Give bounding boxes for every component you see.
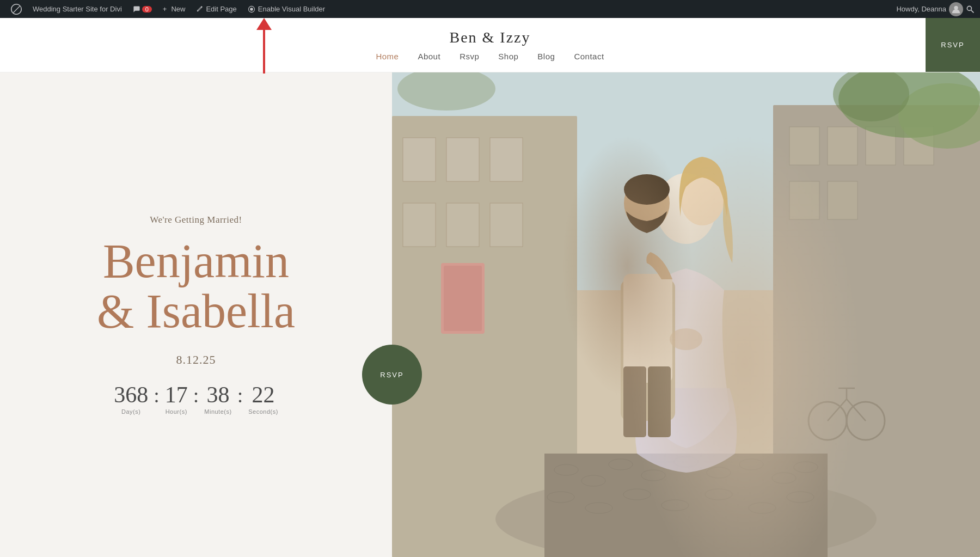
svg-rect-8 xyxy=(773,105,980,557)
wp-logo[interactable] xyxy=(5,0,27,18)
hero-right xyxy=(392,72,980,557)
site-title: Ben & Izzy xyxy=(449,29,530,46)
svg-rect-21 xyxy=(789,181,819,219)
svg-point-56 xyxy=(624,177,670,229)
edit-page-link[interactable]: Edit Page xyxy=(191,0,242,18)
svg-rect-20 xyxy=(904,127,934,165)
nav-shop[interactable]: Shop xyxy=(498,52,518,61)
svg-rect-7 xyxy=(392,116,577,557)
svg-rect-22 xyxy=(828,181,857,219)
svg-point-27 xyxy=(609,459,633,470)
svg-point-59 xyxy=(670,328,702,350)
main-nav: Home About Rsvp Shop Blog Contact xyxy=(376,52,604,61)
svg-point-51 xyxy=(656,173,716,244)
svg-point-36 xyxy=(623,489,651,500)
countdown-seconds: 22 Second(s) xyxy=(248,383,278,415)
search-icon[interactable] xyxy=(966,5,975,14)
nav-rsvp[interactable]: Rsvp xyxy=(460,52,479,61)
hero-subtitle: We're Getting Married! xyxy=(150,215,242,225)
svg-rect-52 xyxy=(621,279,675,421)
svg-point-37 xyxy=(661,500,689,511)
rsvp-circle-button[interactable]: RSVP xyxy=(362,345,422,405)
svg-line-44 xyxy=(847,399,866,421)
new-content-link[interactable]: + New xyxy=(157,0,191,18)
hero-section: We're Getting Married! Benjamin & Isabel… xyxy=(0,72,980,557)
svg-rect-10 xyxy=(446,138,479,181)
avatar xyxy=(949,2,963,16)
svg-rect-12 xyxy=(403,203,436,247)
svg-rect-9 xyxy=(403,138,436,181)
hero-left: We're Getting Married! Benjamin & Isabel… xyxy=(0,72,392,557)
svg-point-47 xyxy=(838,72,980,138)
nav-blog[interactable]: Blog xyxy=(537,52,555,61)
svg-point-29 xyxy=(674,456,698,467)
svg-rect-14 xyxy=(490,203,523,247)
svg-point-48 xyxy=(898,83,980,149)
svg-point-50 xyxy=(397,72,495,111)
comments-link[interactable]: 0 xyxy=(127,0,157,18)
countdown-sep-2: : xyxy=(193,383,199,407)
svg-point-2 xyxy=(954,5,958,9)
svg-point-57 xyxy=(624,174,670,205)
site-name-link[interactable]: Wedding Starter Site for Divi xyxy=(27,0,127,18)
svg-point-31 xyxy=(739,459,763,470)
svg-rect-5 xyxy=(392,72,980,557)
countdown-sep-1: : xyxy=(154,383,160,407)
svg-point-49 xyxy=(833,72,909,121)
svg-rect-13 xyxy=(446,203,479,247)
countdown-hours: 17 Hour(s) xyxy=(165,383,188,415)
svg-rect-60 xyxy=(392,72,980,557)
countdown-sep-3: : xyxy=(237,383,243,407)
svg-line-43 xyxy=(828,399,847,421)
svg-point-34 xyxy=(547,492,574,503)
countdown: 368 Day(s) : 17 Hour(s) : 38 Minute(s) :… xyxy=(114,383,278,415)
hero-date: 8.12.25 xyxy=(176,353,216,367)
svg-rect-18 xyxy=(828,127,857,165)
svg-point-3 xyxy=(967,6,971,10)
svg-rect-16 xyxy=(444,266,482,331)
svg-point-1 xyxy=(250,8,253,11)
svg-rect-17 xyxy=(789,127,819,165)
admin-bar-right: Howdy, Deanna xyxy=(896,2,975,16)
svg-rect-6 xyxy=(392,72,980,290)
svg-point-41 xyxy=(808,402,847,440)
svg-point-26 xyxy=(581,475,605,486)
site-header: Ben & Izzy Home About Rsvp Shop Blog Con… xyxy=(0,18,980,72)
nav-about[interactable]: About xyxy=(418,52,440,61)
svg-rect-19 xyxy=(866,127,896,165)
svg-rect-53 xyxy=(623,274,672,383)
svg-rect-54 xyxy=(623,366,646,437)
svg-point-32 xyxy=(772,473,796,483)
svg-rect-55 xyxy=(648,366,671,437)
svg-point-30 xyxy=(707,467,731,478)
rsvp-header-button[interactable]: RSVP xyxy=(926,18,980,72)
nav-contact[interactable]: Contact xyxy=(574,52,604,61)
svg-rect-24 xyxy=(544,454,828,557)
countdown-days: 368 Day(s) xyxy=(114,383,148,415)
enable-vb-link[interactable]: Enable Visual Builder xyxy=(242,0,330,18)
svg-point-33 xyxy=(794,462,818,473)
svg-point-40 xyxy=(787,492,814,503)
svg-line-4 xyxy=(971,10,974,13)
svg-point-23 xyxy=(495,475,877,557)
svg-point-58 xyxy=(681,175,724,225)
svg-point-39 xyxy=(749,503,776,513)
admin-bar: Wedding Starter Site for Divi 0 + New Ed… xyxy=(0,0,980,18)
couple-photo xyxy=(392,72,980,557)
nav-home[interactable]: Home xyxy=(376,52,399,61)
svg-rect-11 xyxy=(490,138,523,181)
svg-point-25 xyxy=(554,464,578,475)
svg-point-35 xyxy=(585,503,612,513)
svg-point-28 xyxy=(641,470,665,481)
hero-names: Benjamin & Isabella xyxy=(97,236,295,337)
countdown-minutes: 38 Minute(s) xyxy=(204,383,231,415)
svg-point-38 xyxy=(705,489,732,500)
svg-point-42 xyxy=(847,402,885,440)
svg-rect-15 xyxy=(441,263,485,334)
